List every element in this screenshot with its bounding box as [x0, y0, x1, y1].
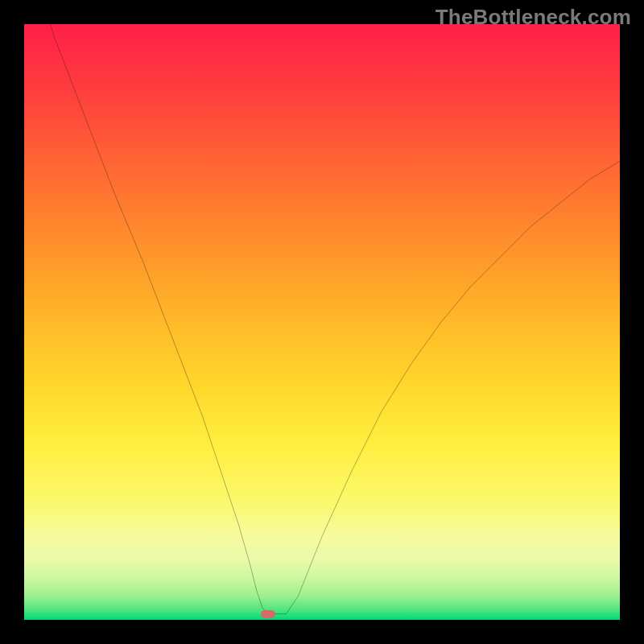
outer-frame: TheBottleneck.com — [0, 0, 644, 644]
bottleneck-curve — [24, 24, 620, 620]
optimal-marker — [261, 610, 275, 618]
plot-area — [24, 24, 620, 620]
